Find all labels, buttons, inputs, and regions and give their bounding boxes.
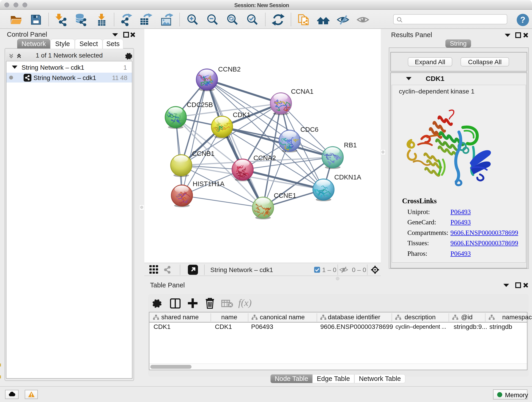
svg-text:CDK1: CDK1 [233,111,250,119]
svg-text:CDKN1A: CDKN1A [334,173,361,181]
svg-text:HIST1H1A: HIST1H1A [193,180,225,187]
svg-text:CDC6: CDC6 [300,126,318,133]
svg-text:CCNA1: CCNA1 [291,88,313,95]
svg-text:CDC25B: CDC25B [187,101,213,108]
svg-text:CCNE1: CCNE1 [274,192,296,199]
svg-text:CCNA2: CCNA2 [253,154,276,162]
svg-text:RB1: RB1 [344,141,357,149]
svg-text:CCNB1: CCNB1 [192,150,215,157]
svg-text:CCNB2: CCNB2 [218,65,241,73]
svg-text:?: ? [520,15,525,25]
